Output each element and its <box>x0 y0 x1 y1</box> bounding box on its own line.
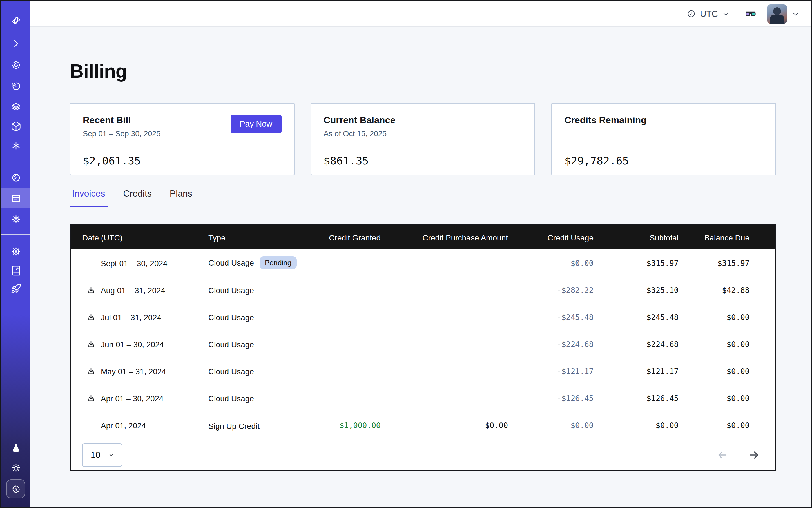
credit-purchase-value <box>381 304 508 331</box>
invoice-type: Cloud Usage <box>208 286 254 295</box>
topbar-tools <box>744 4 800 24</box>
prev-page-arrow-icon[interactable] <box>716 449 729 461</box>
avatar[interactable] <box>767 4 787 24</box>
orbit-logo-icon[interactable] <box>1 10 31 31</box>
3d-glasses-icon[interactable] <box>744 8 757 20</box>
invoice-date: Jul 01 – 31, 2024 <box>101 313 161 322</box>
table-header-row: Date (UTC) Type Credit Granted Credit Pu… <box>71 225 775 250</box>
collapse-chevron-right-icon[interactable] <box>1 33 31 53</box>
ship-wheel-support-icon[interactable] <box>1 241 31 261</box>
subtotal-value: $325.10 <box>594 277 679 304</box>
current-balance-card: Current Balance As of Oct 15, 2025 $861.… <box>310 103 535 175</box>
tab-invoices[interactable]: Invoices <box>70 189 107 207</box>
flask-labs-icon[interactable] <box>1 437 31 458</box>
credit-granted-value <box>304 250 381 277</box>
col-credit-purchase-amount: Credit Purchase Amount <box>381 225 508 250</box>
credit-granted-value <box>304 357 381 385</box>
sidebar-item-billing[interactable] <box>1 188 31 208</box>
col-balance-due: Balance Due <box>679 225 775 250</box>
invoice-row: Apr 01 – 30, 2024 Cloud Usage -$126.45 $… <box>71 385 775 412</box>
invoice-type: Sign Up Credit <box>208 421 260 430</box>
card-title: Current Balance <box>324 115 395 126</box>
col-credit-granted: Credit Granted <box>304 225 381 250</box>
credit-usage-value: $0.00 <box>508 250 594 277</box>
billing-app-window: $ UTC Billing <box>0 0 812 508</box>
invoice-date: Aug 01 – 31, 2024 <box>101 286 165 295</box>
status-badge: Pending <box>260 257 296 269</box>
subtotal-value: $126.45 <box>594 385 679 412</box>
invoice-row: Jul 01 – 31, 2024 Cloud Usage -$245.48 $… <box>71 304 775 331</box>
invoice-row: Jun 01 – 30, 2024 Cloud Usage -$224.68 $… <box>71 331 775 357</box>
download-invoice-icon[interactable] <box>86 340 96 349</box>
credit-usage-value: -$245.48 <box>508 304 594 331</box>
credit-granted-value: $1,000.00 <box>304 412 381 439</box>
current-balance-amount: $861.35 <box>324 154 522 167</box>
balance-due-value: $0.00 <box>679 331 775 357</box>
credit-usage-value: -$282.22 <box>508 277 594 304</box>
page-title: Billing <box>70 60 776 82</box>
sun-theme-icon[interactable] <box>1 457 31 477</box>
invoice-row: Sept 01 – 30, 2024 Cloud UsagePending $0… <box>71 250 775 277</box>
credit-card-icon <box>10 193 21 204</box>
tab-plans[interactable]: Plans <box>168 189 195 207</box>
account-menu[interactable] <box>767 4 800 24</box>
col-credit-usage: Credit Usage <box>508 225 594 250</box>
subtotal-value: $121.17 <box>594 357 679 385</box>
download-invoice-icon[interactable] <box>86 312 96 322</box>
credit-purchase-value <box>381 385 508 412</box>
invoice-row: Aug 01 – 31, 2024 Cloud Usage -$282.22 $… <box>71 277 775 304</box>
billing-tabs: Invoices Credits Plans <box>70 189 776 207</box>
timer-icon[interactable] <box>1 76 31 96</box>
subtotal-value: $315.97 <box>594 250 679 277</box>
invoice-row: May 01 – 31, 2024 Cloud Usage -$121.17 $… <box>71 357 775 385</box>
layers-icon[interactable] <box>1 96 31 117</box>
page-size-select[interactable]: 10 <box>82 443 122 467</box>
gauge-dashboard-icon[interactable] <box>1 167 31 187</box>
credit-granted-value <box>304 277 381 304</box>
col-date: Date (UTC) <box>71 225 208 250</box>
credit-granted-value <box>304 304 381 331</box>
chevron-down-icon <box>108 451 115 458</box>
credit-purchase-value: $0.00 <box>381 412 508 439</box>
balance-due-value: $42.88 <box>679 277 775 304</box>
spiral-eye-icon[interactable] <box>1 55 31 75</box>
svg-text:$: $ <box>14 486 17 492</box>
invoice-type: Cloud Usage <box>208 258 254 267</box>
cube-icon[interactable] <box>1 116 31 136</box>
invoice-date: Sept 01 – 30, 2024 <box>101 258 168 267</box>
balance-due-value: $315.97 <box>679 250 775 277</box>
recent-bill-card: Recent Bill Sep 01 – Sep 30, 2025 Pay No… <box>70 103 294 175</box>
credit-usage-value: $0.00 <box>508 412 594 439</box>
next-page-arrow-icon[interactable] <box>748 449 760 461</box>
gear-settings-icon[interactable] <box>1 209 31 229</box>
credit-purchase-value <box>381 277 508 304</box>
credits-remaining-card: Credits Remaining $29,782.65 <box>552 103 776 175</box>
credit-usage-value: -$126.45 <box>508 385 594 412</box>
timezone-selector[interactable]: UTC <box>686 9 730 19</box>
billing-period: Sep 01 – Sep 30, 2025 <box>83 130 161 138</box>
dollar-badge-credits-button[interactable]: $ <box>6 479 25 499</box>
invoice-date: Jun 01 – 30, 2024 <box>101 340 164 349</box>
balance-due-value: $0.00 <box>679 412 775 439</box>
credit-usage-value: -$121.17 <box>508 357 594 385</box>
sidebar-divider <box>1 157 31 157</box>
invoice-date: Apr 01 – 30, 2024 <box>101 394 164 403</box>
book-sparkles-docs-icon[interactable] <box>1 260 31 281</box>
download-invoice-icon[interactable] <box>86 394 96 403</box>
invoice-type: Cloud Usage <box>208 394 254 403</box>
download-invoice-icon[interactable] <box>86 367 96 376</box>
credit-usage-value: -$224.68 <box>508 331 594 357</box>
table-pagination: 10 <box>71 439 775 470</box>
asterisk-icon[interactable] <box>1 135 31 156</box>
pay-now-button[interactable]: Pay Now <box>230 115 281 133</box>
sidebar-divider <box>1 234 31 235</box>
subtotal-value: $224.68 <box>594 331 679 357</box>
credit-granted-value <box>304 331 381 357</box>
rocket-icon[interactable] <box>1 278 31 298</box>
tab-credits[interactable]: Credits <box>121 189 154 207</box>
invoice-type: Cloud Usage <box>208 313 254 322</box>
invoice-row: Apr 01, 2024 Sign Up Credit $1,000.00 $0… <box>71 412 775 439</box>
dollar-badge-icon: $ <box>10 483 21 494</box>
download-invoice-icon[interactable] <box>86 286 96 295</box>
invoices-table: Date (UTC) Type Credit Granted Credit Pu… <box>70 224 776 471</box>
